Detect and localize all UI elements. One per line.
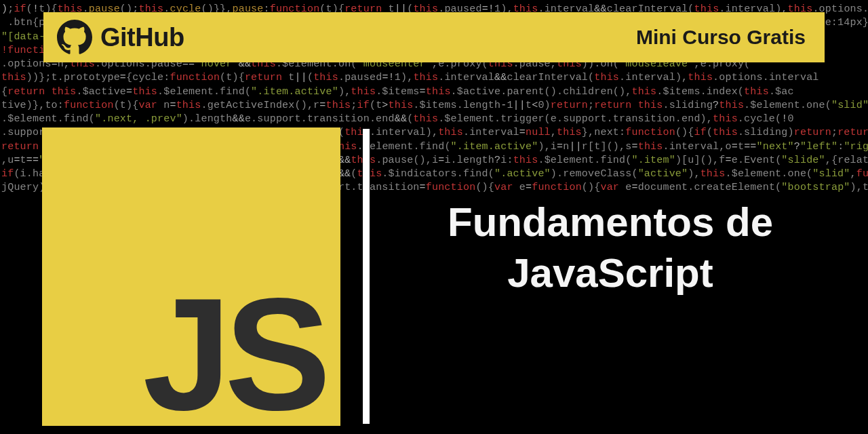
- title-line-2: JavaScript: [393, 248, 827, 298]
- brand-name: GitHub: [100, 23, 184, 52]
- course-label: Mini Curso Gratis: [636, 26, 806, 49]
- github-logo-icon: [57, 20, 92, 55]
- title-line-1: Fundamentos de: [393, 197, 827, 248]
- github-brand: GitHub: [57, 20, 184, 55]
- js-logo-badge: JS: [42, 127, 340, 426]
- header-bar: GitHub Mini Curso Gratis: [43, 12, 825, 62]
- course-title: Fundamentos de JavaScript: [393, 197, 827, 298]
- vertical-divider: [363, 129, 370, 424]
- js-logo-text: JS: [143, 290, 324, 420]
